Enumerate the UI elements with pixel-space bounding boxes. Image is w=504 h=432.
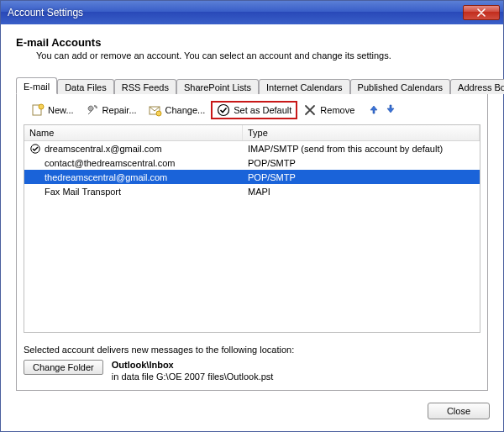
account-type: IMAP/SMTP (send from this account by def… <box>243 144 480 154</box>
account-type: POP/SMTP <box>243 158 480 168</box>
tab-body: New... Repair... Change... <box>16 94 488 391</box>
svg-point-5 <box>31 144 39 152</box>
remove-button[interactable]: Remove <box>297 101 360 119</box>
new-button[interactable]: New... <box>25 101 80 119</box>
delivery-location: Outlook\Inbox in data file G:\OE 2007 fi… <box>112 360 274 382</box>
remove-icon <box>303 103 317 117</box>
account-name: dreamscentral.x@gmail.com <box>45 144 162 154</box>
move-up-button[interactable] <box>365 104 382 117</box>
change-label: Change... <box>165 105 206 115</box>
account-type: MAPI <box>243 187 480 197</box>
tab-data-files[interactable]: Data Files <box>57 79 114 94</box>
tab-address-books[interactable]: Address Books <box>450 79 504 94</box>
tab-email[interactable]: E-mail <box>16 77 57 94</box>
page-heading: E-mail Accounts <box>16 36 488 49</box>
list-item[interactable]: dreamscentral.x@gmail.com IMAP/SMTP (sen… <box>24 141 480 155</box>
list-item[interactable]: Fax Mail Transport MAPI <box>24 184 480 198</box>
repair-icon <box>86 103 99 117</box>
remove-label: Remove <box>320 105 354 115</box>
repair-button[interactable]: Repair... <box>80 101 143 119</box>
delivery-row: Change Folder Outlook\Inbox in data file… <box>24 360 480 382</box>
tab-rss-feeds[interactable]: RSS Feeds <box>114 79 176 94</box>
list-header: Name Type <box>24 125 480 141</box>
list-item[interactable]: contact@thedreamscentral.com POP/SMTP <box>24 155 480 170</box>
repair-label: Repair... <box>102 105 137 115</box>
svg-point-4 <box>218 105 229 116</box>
page-subheading: You can add or remove an account. You ca… <box>36 50 488 61</box>
column-name[interactable]: Name <box>24 125 243 140</box>
window-close-button[interactable] <box>463 5 500 20</box>
change-icon <box>149 103 162 117</box>
bottom-bar: Close <box>1 399 503 431</box>
delivery-label: Selected account delivers new messages t… <box>24 345 480 355</box>
set-default-label: Set as Default <box>234 105 291 115</box>
svg-point-3 <box>156 111 161 116</box>
tab-published-calendars[interactable]: Published Calendars <box>350 79 451 94</box>
delivery-location-detail: in data file G:\OE 2007 files\Outlook.ps… <box>112 371 274 382</box>
arrow-up-icon <box>369 105 379 117</box>
account-name: thedreamscentral@gmail.com <box>45 172 167 182</box>
account-name: Fax Mail Transport <box>45 187 121 197</box>
list-item[interactable]: thedreamscentral@gmail.com POP/SMTP <box>24 170 480 184</box>
account-type: POP/SMTP <box>243 172 480 182</box>
change-button[interactable]: Change... <box>143 101 212 119</box>
move-down-button[interactable] <box>382 104 399 117</box>
account-list: Name Type dreamscentral.x@gmail.com IMAP… <box>24 124 480 333</box>
tab-sharepoint-lists[interactable]: SharePoint Lists <box>176 79 259 94</box>
titlebar: Account Settings <box>1 1 503 24</box>
close-button[interactable]: Close <box>428 403 490 419</box>
tab-internet-calendars[interactable]: Internet Calendars <box>259 79 350 94</box>
delivery-location-main: Outlook\Inbox <box>112 360 274 370</box>
default-check-icon <box>29 144 41 154</box>
new-icon <box>31 103 45 117</box>
tab-strip: E-mail Data Files RSS Feeds SharePoint L… <box>16 76 488 94</box>
set-default-button[interactable]: Set as Default <box>211 101 297 119</box>
window-title: Account Settings <box>8 7 463 18</box>
new-label: New... <box>48 105 74 115</box>
change-folder-button[interactable]: Change Folder <box>24 360 103 375</box>
svg-point-1 <box>39 104 44 109</box>
list-body: dreamscentral.x@gmail.com IMAP/SMTP (sen… <box>24 141 480 332</box>
arrow-down-icon <box>386 105 396 117</box>
check-circle-icon <box>217 103 230 117</box>
dialog-body: E-mail Accounts You can add or remove an… <box>1 24 503 399</box>
column-type[interactable]: Type <box>243 125 480 140</box>
close-icon <box>477 8 486 17</box>
account-name: contact@thedreamscentral.com <box>45 158 175 168</box>
toolbar: New... Repair... Change... <box>24 101 480 124</box>
account-settings-window: Account Settings E-mail Accounts You can… <box>0 0 504 432</box>
